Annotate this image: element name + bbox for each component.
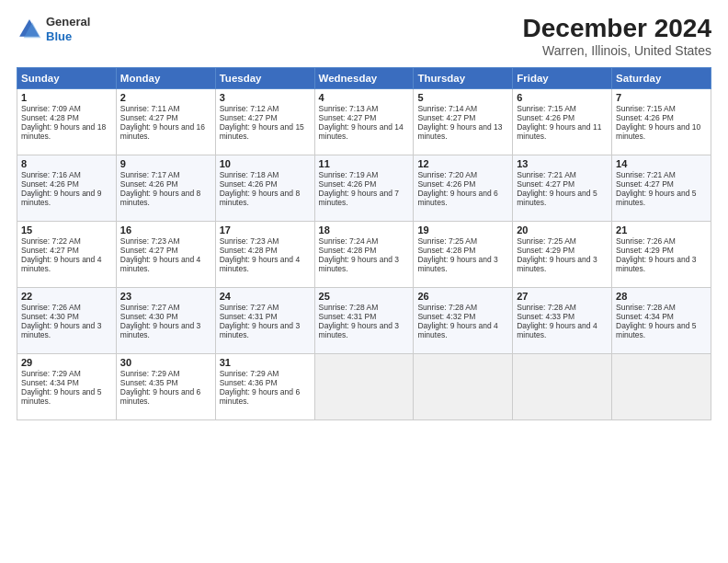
calendar-title: December 2024 xyxy=(523,15,711,43)
sunrise-text: Sunrise: 7:15 AM xyxy=(517,104,576,113)
table-cell: 3Sunrise: 7:12 AMSunset: 4:27 PMDaylight… xyxy=(215,88,314,155)
daylight-text: Daylight: 9 hours and 3 minutes. xyxy=(220,321,300,339)
sunrise-text: Sunrise: 7:19 AM xyxy=(319,170,379,179)
day-number: 14 xyxy=(616,158,707,169)
sunrise-text: Sunrise: 7:09 AM xyxy=(21,104,81,113)
daylight-text: Daylight: 9 hours and 8 minutes. xyxy=(220,189,300,207)
day-number: 5 xyxy=(417,92,508,103)
day-number: 26 xyxy=(417,291,508,302)
sunrise-text: Sunrise: 7:26 AM xyxy=(21,303,81,312)
calendar-subtitle: Warren, Illinois, United States xyxy=(523,43,711,58)
table-cell: 21Sunrise: 7:26 AMSunset: 4:29 PMDayligh… xyxy=(612,221,711,287)
daylight-text: Daylight: 9 hours and 4 minutes. xyxy=(120,255,200,273)
calendar-header-row: Sunday Monday Tuesday Wednesday Thursday… xyxy=(17,67,711,88)
sunset-text: Sunset: 4:35 PM xyxy=(120,378,178,387)
daylight-text: Daylight: 9 hours and 11 minutes. xyxy=(517,122,601,141)
table-cell: 29Sunrise: 7:29 AMSunset: 4:34 PMDayligh… xyxy=(17,353,117,419)
header-wednesday: Wednesday xyxy=(314,67,414,88)
sunset-text: Sunset: 4:27 PM xyxy=(120,113,178,122)
sunset-text: Sunset: 4:27 PM xyxy=(220,113,278,122)
daylight-text: Daylight: 9 hours and 18 minutes. xyxy=(21,122,106,141)
daylight-text: Daylight: 9 hours and 6 minutes. xyxy=(120,387,200,406)
sunset-text: Sunset: 4:33 PM xyxy=(517,312,574,321)
sunset-text: Sunset: 4:34 PM xyxy=(616,312,674,321)
sunset-text: Sunset: 4:27 PM xyxy=(616,179,674,189)
day-number: 8 xyxy=(21,158,112,169)
calendar-row: 29Sunrise: 7:29 AMSunset: 4:34 PMDayligh… xyxy=(17,353,711,419)
sunset-text: Sunset: 4:26 PM xyxy=(517,113,574,122)
day-number: 7 xyxy=(616,92,707,103)
logo-text: General Blue xyxy=(46,15,90,43)
sunrise-text: Sunrise: 7:25 AM xyxy=(417,236,477,246)
calendar-row: 22Sunrise: 7:26 AMSunset: 4:30 PMDayligh… xyxy=(17,287,711,353)
calendar-row: 8Sunrise: 7:16 AMSunset: 4:26 PMDaylight… xyxy=(17,155,711,221)
header-friday: Friday xyxy=(513,67,612,88)
table-cell: 19Sunrise: 7:25 AMSunset: 4:28 PMDayligh… xyxy=(414,221,513,287)
sunset-text: Sunset: 4:26 PM xyxy=(120,179,178,189)
table-cell: 11Sunrise: 7:19 AMSunset: 4:26 PMDayligh… xyxy=(314,155,414,221)
table-cell: 14Sunrise: 7:21 AMSunset: 4:27 PMDayligh… xyxy=(612,155,711,221)
table-cell: 2Sunrise: 7:11 AMSunset: 4:27 PMDaylight… xyxy=(116,88,215,155)
daylight-text: Daylight: 9 hours and 6 minutes. xyxy=(220,387,300,406)
day-number: 23 xyxy=(120,291,211,302)
sunrise-text: Sunrise: 7:11 AM xyxy=(120,104,180,113)
day-number: 29 xyxy=(21,357,112,368)
daylight-text: Daylight: 9 hours and 4 minutes. xyxy=(21,255,101,273)
day-number: 18 xyxy=(319,224,410,236)
day-number: 19 xyxy=(417,224,508,236)
day-number: 20 xyxy=(517,224,608,236)
daylight-text: Daylight: 9 hours and 6 minutes. xyxy=(417,189,497,207)
sunrise-text: Sunrise: 7:27 AM xyxy=(120,303,180,312)
header-thursday: Thursday xyxy=(414,67,513,88)
sunrise-text: Sunrise: 7:27 AM xyxy=(220,303,279,312)
sunrise-text: Sunrise: 7:28 AM xyxy=(616,303,676,312)
sunset-text: Sunset: 4:26 PM xyxy=(417,179,475,189)
sunrise-text: Sunrise: 7:28 AM xyxy=(417,303,477,312)
sunrise-text: Sunrise: 7:13 AM xyxy=(319,104,379,113)
sunset-text: Sunset: 4:26 PM xyxy=(319,179,377,189)
day-number: 2 xyxy=(120,92,211,103)
table-cell: 6Sunrise: 7:15 AMSunset: 4:26 PMDaylight… xyxy=(513,88,612,155)
table-cell xyxy=(513,353,612,419)
header-tuesday: Tuesday xyxy=(215,67,314,88)
table-cell: 16Sunrise: 7:23 AMSunset: 4:27 PMDayligh… xyxy=(116,221,215,287)
calendar-row: 1Sunrise: 7:09 AMSunset: 4:28 PMDaylight… xyxy=(17,88,711,155)
daylight-text: Daylight: 9 hours and 9 minutes. xyxy=(21,189,101,207)
table-cell: 28Sunrise: 7:28 AMSunset: 4:34 PMDayligh… xyxy=(612,287,711,353)
table-cell: 20Sunrise: 7:25 AMSunset: 4:29 PMDayligh… xyxy=(513,221,612,287)
day-number: 31 xyxy=(220,357,311,368)
daylight-text: Daylight: 9 hours and 10 minutes. xyxy=(616,122,700,141)
day-number: 16 xyxy=(120,224,211,236)
sunset-text: Sunset: 4:31 PM xyxy=(319,312,377,321)
day-number: 22 xyxy=(21,291,112,302)
sunset-text: Sunset: 4:27 PM xyxy=(21,246,79,255)
daylight-text: Daylight: 9 hours and 5 minutes. xyxy=(517,189,597,207)
day-number: 11 xyxy=(319,158,410,169)
table-cell: 7Sunrise: 7:15 AMSunset: 4:26 PMDaylight… xyxy=(612,88,711,155)
table-cell: 8Sunrise: 7:16 AMSunset: 4:26 PMDaylight… xyxy=(17,155,117,221)
sunset-text: Sunset: 4:30 PM xyxy=(21,312,79,321)
table-cell: 15Sunrise: 7:22 AMSunset: 4:27 PMDayligh… xyxy=(17,221,117,287)
table-cell: 10Sunrise: 7:18 AMSunset: 4:26 PMDayligh… xyxy=(215,155,314,221)
table-cell: 27Sunrise: 7:28 AMSunset: 4:33 PMDayligh… xyxy=(513,287,612,353)
sunrise-text: Sunrise: 7:23 AM xyxy=(220,236,279,246)
sunset-text: Sunset: 4:28 PM xyxy=(220,246,278,255)
sunrise-text: Sunrise: 7:14 AM xyxy=(417,104,477,113)
table-cell: 25Sunrise: 7:28 AMSunset: 4:31 PMDayligh… xyxy=(314,287,414,353)
sunrise-text: Sunrise: 7:29 AM xyxy=(220,369,279,378)
sunset-text: Sunset: 4:27 PM xyxy=(319,113,377,122)
sunset-text: Sunset: 4:28 PM xyxy=(319,246,377,255)
sunrise-text: Sunrise: 7:29 AM xyxy=(21,369,81,378)
sunset-text: Sunset: 4:27 PM xyxy=(120,246,178,255)
sunrise-text: Sunrise: 7:21 AM xyxy=(517,170,576,179)
sunrise-text: Sunrise: 7:26 AM xyxy=(616,236,676,246)
logo: General Blue xyxy=(17,15,90,43)
daylight-text: Daylight: 9 hours and 3 minutes. xyxy=(517,255,597,273)
table-cell: 13Sunrise: 7:21 AMSunset: 4:27 PMDayligh… xyxy=(513,155,612,221)
sunset-text: Sunset: 4:28 PM xyxy=(417,246,475,255)
sunrise-text: Sunrise: 7:23 AM xyxy=(120,236,180,246)
day-number: 28 xyxy=(616,291,707,302)
calendar-table: Sunday Monday Tuesday Wednesday Thursday… xyxy=(17,67,711,420)
daylight-text: Daylight: 9 hours and 5 minutes. xyxy=(616,321,696,339)
sunrise-text: Sunrise: 7:28 AM xyxy=(517,303,576,312)
